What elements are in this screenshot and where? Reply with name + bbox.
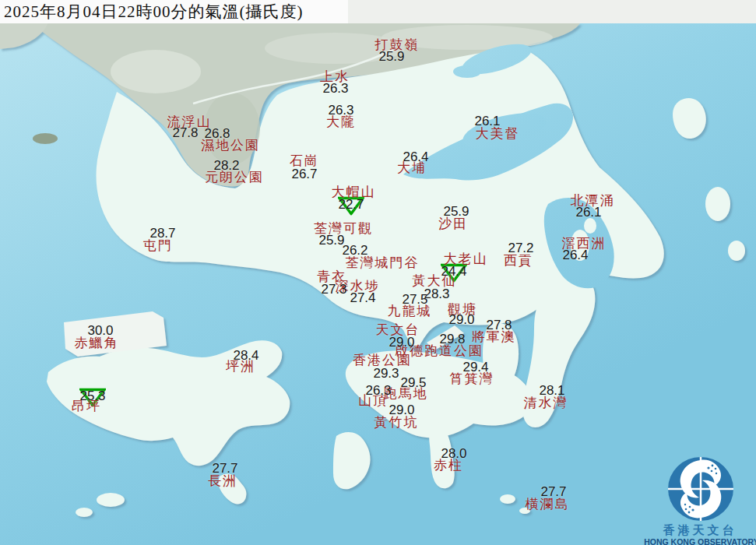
station-temperature-value: 28.4 (233, 348, 258, 364)
station-temperature-value: 24.4 (441, 264, 466, 280)
station-temperature-value: 29.0 (389, 403, 414, 418)
station-temperature-value: 27.3 (321, 282, 346, 297)
station-temperature-value: 29.3 (373, 366, 399, 382)
island-soko-1 (97, 493, 125, 507)
page-title: 2025年8月04日22時00分的氣溫(攝氏度) (4, 1, 304, 23)
island-soko-2 (76, 508, 93, 517)
logo-name-cn: 香港天文台 (663, 523, 737, 538)
hong-kong-map (0, 0, 756, 545)
station-temperature-value: 26.2 (342, 243, 367, 258)
station-temperature-value: 27.7 (540, 484, 566, 500)
station-temperature-value: 29.0 (389, 335, 414, 350)
water-starling-inlet-2 (453, 65, 481, 78)
station-temperature-value: 28.1 (539, 383, 564, 399)
station-temperature-value: 26.8 (204, 126, 230, 142)
island-po-toi (500, 494, 515, 504)
station-temperature-value: 29.4 (462, 360, 488, 375)
station-temperature-value: 26.1 (474, 114, 500, 129)
logo-name-en: HONG KONG OBSERVATORY (644, 537, 756, 545)
station-temperature-value: 22.7 (338, 197, 364, 213)
station-temperature-value: 28.7 (149, 226, 175, 241)
island-kau-sai-chau-2 (584, 218, 596, 234)
station-temperature-value: 29.8 (439, 332, 465, 347)
station-temperature-value: 27.5 (402, 292, 427, 308)
station-temperature-value: 25.3 (79, 389, 105, 404)
station-temperature-value: 25.9 (378, 49, 404, 65)
station-temperature-value: 29.0 (448, 312, 474, 328)
island-mirs-3 (728, 241, 745, 261)
station-temperature-value: 26.4 (562, 248, 588, 263)
station-temperature-value: 27.4 (350, 290, 375, 306)
station-temperature-value: 26.3 (322, 81, 348, 97)
station-temperature-value: 27.2 (508, 241, 533, 256)
station-temperature-value: 25.9 (443, 204, 469, 220)
station-temperature-value: 27.7 (212, 461, 237, 476)
hko-temperature-map: 2025年8月04日22時00分的氣溫(攝氏度) 打鼓嶺25.9上水26.3大隴… (0, 0, 756, 545)
station-temperature-value: 28.0 (441, 446, 466, 462)
urban-patch (111, 50, 201, 93)
station-temperature-value: 26.1 (575, 205, 601, 220)
island-peng-chau (262, 345, 273, 353)
station-temperature-value: 26.7 (291, 167, 317, 182)
station-temperature-value: 30.0 (87, 323, 113, 339)
station-temperature-value: 26.4 (403, 149, 428, 165)
station-temperature-value: 26.3 (328, 103, 353, 118)
station-temperature-value: 27.8 (486, 318, 512, 333)
islet-deep-bay (33, 133, 58, 144)
station-temperature-value: 28.2 (213, 158, 239, 174)
island-mirs-2 (705, 187, 730, 221)
station-temperature-value: 26.3 (365, 383, 391, 399)
station-temperature-value: 29.5 (400, 375, 426, 391)
station-temperature-value: 27.8 (172, 125, 198, 141)
station-temperature-value: 25.9 (318, 233, 344, 248)
